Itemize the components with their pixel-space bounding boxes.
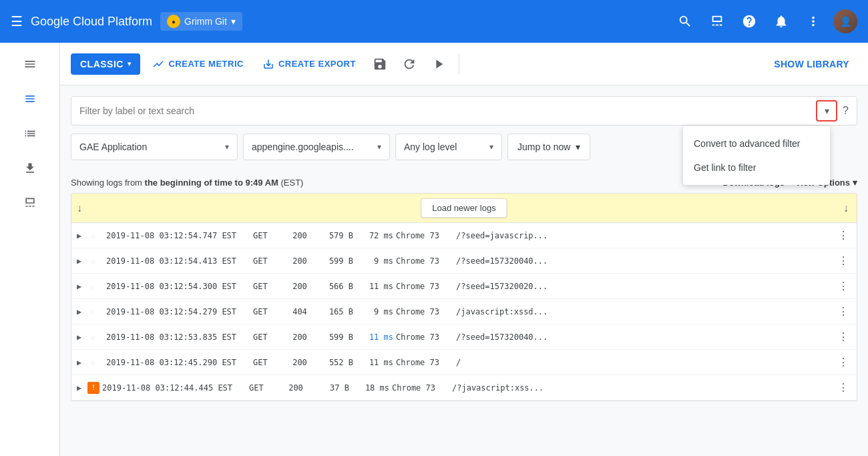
log-browser: Chrome 73 (396, 307, 456, 316)
filter-dropdown-button[interactable]: ▾ (816, 100, 837, 122)
log-status: 200 (286, 358, 313, 367)
log-timestamp: 2019-11-08 03:12:54.300 EST (106, 282, 253, 291)
log-more-icon[interactable]: ⋮ (835, 229, 851, 242)
log-more-icon[interactable]: ⋮ (835, 381, 851, 394)
log-table: ↓ Load newer logs ↓ ▶ ☆ 2019-11-08 03:12… (71, 193, 857, 401)
star-icon[interactable]: ☆ (90, 332, 103, 342)
user-avatar[interactable]: 👤 (833, 9, 857, 33)
log-more-icon[interactable]: ⋮ (835, 254, 851, 267)
toolbar-divider (459, 53, 459, 75)
classic-button[interactable]: CLASSIC ▾ (71, 53, 140, 75)
log-status: 200 (282, 383, 309, 393)
star-icon[interactable]: ☆ (90, 231, 103, 240)
log-level-selector[interactable]: Any log level ▾ (395, 134, 502, 160)
filter-help-icon[interactable]: ? (843, 105, 849, 117)
toolbar: CLASSIC ▾ CREATE METRIC CREATE EXPORT (60, 43, 868, 85)
more-options-icon[interactable] (801, 9, 825, 33)
log-size: 552 B (313, 358, 353, 367)
brand-title: Google Cloud Platform (31, 15, 152, 29)
log-level-chevron-icon: ▾ (489, 142, 493, 152)
log-timestamp: 2019-11-08 03:12:44.445 EST (102, 383, 249, 393)
log-timestamp: 2019-11-08 03:12:54.747 EST (106, 231, 253, 240)
terminal-icon[interactable] (705, 9, 729, 33)
log-timestamp: 2019-11-08 03:12:54.413 EST (106, 256, 253, 266)
log-more-icon[interactable]: ⋮ (835, 356, 851, 369)
star-icon[interactable]: ☆ (90, 282, 103, 291)
hamburger-icon[interactable]: ☰ (11, 13, 23, 29)
expand-icon[interactable]: ▶ (77, 332, 87, 342)
log-row: ▶ ☆ 2019-11-08 03:12:54.747 EST GET 200 … (71, 223, 857, 248)
api-selector[interactable]: appengine.googleapis.... ▾ (243, 134, 390, 160)
scroll-down-right-icon: ↓ (843, 202, 849, 214)
log-time: 11 ms (353, 332, 393, 342)
log-time: 18 ms (349, 383, 389, 393)
log-more-icon[interactable]: ⋮ (835, 305, 851, 318)
log-method: GET (253, 332, 286, 342)
search-icon[interactable] (673, 9, 697, 33)
log-more-icon[interactable]: ⋮ (835, 330, 851, 343)
refresh-button[interactable] (397, 52, 421, 76)
log-size: 579 B (313, 231, 353, 240)
filter-input[interactable] (79, 105, 816, 116)
log-path: / (456, 358, 835, 367)
view-options-chevron-icon: ▾ (853, 178, 857, 188)
create-metric-button[interactable]: CREATE METRIC (146, 53, 250, 75)
star-icon[interactable]: ☆ (90, 256, 103, 266)
expand-icon[interactable]: ▶ (77, 256, 87, 266)
classic-chevron-icon: ▾ (128, 60, 132, 67)
log-timestamp: 2019-11-08 03:12:53.835 EST (106, 332, 253, 342)
log-timestamp: 2019-11-08 03:12:54.279 EST (106, 307, 253, 316)
create-export-button[interactable]: CREATE EXPORT (256, 53, 363, 75)
help-icon[interactable] (737, 9, 761, 33)
play-button[interactable] (427, 52, 451, 76)
log-method: GET (253, 358, 286, 367)
log-path: /?seed=157320040... (456, 332, 835, 342)
sidebar-item-menu[interactable] (10, 48, 50, 80)
sidebar-item-upload[interactable] (10, 152, 50, 184)
expand-icon[interactable]: ▶ (77, 307, 87, 316)
sidebar-item-logs[interactable] (10, 83, 50, 115)
log-method: GET (253, 231, 286, 240)
log-row: ▶ ☆ 2019-11-08 03:12:45.290 EST GET 200 … (71, 350, 857, 375)
star-icon[interactable]: ☆ (90, 307, 103, 316)
filter-dropdown-menu: Convert to advanced filter Get link to f… (683, 126, 830, 185)
expand-icon[interactable]: ▶ (77, 282, 87, 291)
log-path: /?javascript:xss... (452, 383, 835, 393)
project-selector[interactable]: ● Grimm Git ▾ (160, 12, 242, 31)
project-name: Grimm Git (184, 16, 227, 27)
log-path: /javascript:xssd... (456, 307, 835, 316)
log-more-icon[interactable]: ⋮ (835, 280, 851, 292)
load-newer-logs-button[interactable]: Load newer logs (421, 198, 507, 218)
save-button[interactable] (368, 52, 392, 76)
log-size: 37 B (309, 383, 349, 393)
expand-icon[interactable]: ▶ (77, 231, 87, 240)
top-navigation: ☰ Google Cloud Platform ● Grimm Git ▾ 👤 (0, 0, 868, 43)
scroll-down-icon: ↓ (77, 202, 82, 214)
sidebar-item-metrics[interactable] (10, 118, 50, 150)
get-link-to-filter-item[interactable]: Get link to filter (683, 156, 830, 180)
api-chevron-icon: ▾ (377, 142, 381, 152)
log-time: 9 ms (353, 307, 393, 316)
sidebar (0, 43, 60, 456)
log-source-selector[interactable]: GAE Application ▾ (71, 134, 238, 160)
log-method: GET (253, 256, 286, 266)
log-row: ▶ ! 2019-11-08 03:12:44.445 EST GET 200 … (71, 375, 857, 401)
expand-icon[interactable]: ▶ (77, 358, 87, 367)
convert-to-advanced-filter-item[interactable]: Convert to advanced filter (683, 132, 830, 156)
log-method: GET (253, 282, 286, 291)
content-area: ▾ ? Convert to advanced filter Get link … (60, 85, 868, 412)
notifications-icon[interactable] (769, 9, 793, 33)
log-status: 200 (286, 231, 313, 240)
log-rows-container: ▶ ☆ 2019-11-08 03:12:54.747 EST GET 200 … (71, 223, 857, 401)
log-size: 165 B (313, 307, 353, 316)
sidebar-item-reports[interactable] (10, 187, 50, 219)
main-content: CLASSIC ▾ CREATE METRIC CREATE EXPORT (60, 43, 868, 456)
log-status: 404 (286, 307, 313, 316)
log-size: 599 B (313, 332, 353, 342)
show-library-button[interactable]: SHOW LIBRARY (766, 53, 857, 75)
jump-to-now-button[interactable]: Jump to now ▾ (507, 134, 590, 160)
log-browser: Chrome 73 (396, 358, 456, 367)
filter-bar: ▾ ? Convert to advanced filter Get link … (71, 96, 857, 126)
star-icon[interactable]: ☆ (90, 358, 103, 367)
expand-icon[interactable]: ▶ (77, 383, 87, 393)
